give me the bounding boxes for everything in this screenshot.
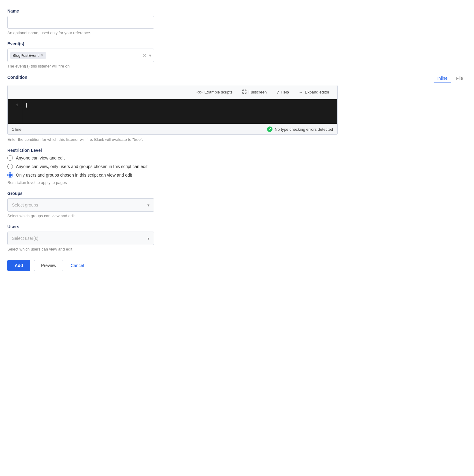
tab-inline[interactable]: Inline xyxy=(434,75,451,82)
cancel-button[interactable]: Cancel xyxy=(67,260,88,271)
condition-tab-group: Inline File xyxy=(434,75,467,82)
events-tag-remove[interactable]: ✕ xyxy=(40,53,44,57)
groups-chevron-icon: ▾ xyxy=(147,203,150,207)
expand-editor-label: Expand editor xyxy=(305,90,329,94)
events-field-group: Event(s) BlogPostEvent ✕ ✕ ▾ The event(s… xyxy=(7,41,467,68)
groups-helper-text: Select which groups can view and edit xyxy=(7,214,467,218)
no-errors-status: No type checking errors detected xyxy=(267,126,333,132)
code-content[interactable] xyxy=(22,99,337,124)
fullscreen-button[interactable]: Fullscreen xyxy=(238,88,271,97)
users-helper-text: Select which users can view and edit xyxy=(7,247,467,251)
editor-toolbar: </> Example scripts Fullscreen ? He xyxy=(8,85,337,99)
users-chevron-icon: ▾ xyxy=(147,236,150,241)
name-label: Name xyxy=(7,9,467,13)
groups-label: Groups xyxy=(7,191,467,196)
events-label: Event(s) xyxy=(7,41,467,46)
events-clear-icon[interactable]: ✕ xyxy=(143,53,146,58)
preview-button[interactable]: Preview xyxy=(34,260,63,271)
status-ok-icon xyxy=(267,126,272,132)
help-label: Help xyxy=(281,90,289,94)
example-scripts-button[interactable]: </> Example scripts xyxy=(192,88,237,97)
condition-label: Condition xyxy=(7,75,27,80)
events-tag: BlogPostEvent ✕ xyxy=(10,52,46,59)
groups-dropdown[interactable]: Select groups ▾ xyxy=(7,198,154,212)
restriction-option-1[interactable]: Anyone can view and edit xyxy=(7,155,467,161)
code-editor-area[interactable]: 1 xyxy=(8,99,337,124)
restriction-radio-3[interactable] xyxy=(7,172,13,178)
restriction-option-3-label: Only users and groups chosen in this scr… xyxy=(16,173,132,178)
expand-icon: ↔ xyxy=(299,90,303,95)
restriction-radio-2[interactable] xyxy=(7,164,13,169)
help-icon: ? xyxy=(276,90,279,95)
code-editor-wrapper: </> Example scripts Fullscreen ? He xyxy=(7,85,338,135)
groups-field-group: Groups Select groups ▾ Select which grou… xyxy=(7,191,467,218)
line-numbers: 1 xyxy=(8,99,22,124)
status-ok-text: No type checking errors detected xyxy=(275,127,333,132)
users-placeholder: Select user(s) xyxy=(12,236,38,241)
editor-line-count: 1 line xyxy=(12,127,21,132)
code-icon: </> xyxy=(196,90,202,95)
name-field-group: Name An optional name, used only for you… xyxy=(7,9,467,35)
restriction-option-3[interactable]: Only users and groups chosen in this scr… xyxy=(7,172,467,178)
action-buttons: Add Preview Cancel xyxy=(7,260,467,271)
line-number-1: 1 xyxy=(11,102,18,109)
users-label: Users xyxy=(7,224,467,229)
events-helper-text: The event(s) this listener will fire on xyxy=(7,64,467,68)
restriction-radio-1[interactable] xyxy=(7,155,13,161)
restriction-option-2-label: Anyone can view, only users and groups c… xyxy=(16,164,147,169)
condition-header: Condition Inline File xyxy=(7,75,467,82)
restriction-label: Restriction Level xyxy=(7,148,467,153)
example-scripts-label: Example scripts xyxy=(205,90,233,94)
editor-cursor xyxy=(26,103,27,108)
fullscreen-label: Fullscreen xyxy=(248,90,267,94)
events-select[interactable]: BlogPostEvent ✕ ✕ ▾ xyxy=(7,49,154,62)
restriction-radio-group: Anyone can view and edit Anyone can view… xyxy=(7,155,467,178)
events-chevron-icon[interactable]: ▾ xyxy=(149,53,151,58)
tab-file[interactable]: File xyxy=(452,75,467,82)
users-dropdown[interactable]: Select user(s) ▾ xyxy=(7,232,154,245)
restriction-option-1-label: Anyone can view and edit xyxy=(16,156,65,160)
expand-editor-button[interactable]: ↔ Expand editor xyxy=(294,88,334,97)
events-tag-label: BlogPostEvent xyxy=(13,53,39,58)
fullscreen-icon xyxy=(242,90,246,95)
users-field-group: Users Select user(s) ▾ Select which user… xyxy=(7,224,467,251)
name-input[interactable] xyxy=(7,16,154,29)
editor-statusbar: 1 line No type checking errors detected xyxy=(8,124,337,134)
restriction-section: Restriction Level Anyone can view and ed… xyxy=(7,148,467,185)
condition-helper-text: Enter the condition for which this liste… xyxy=(7,137,467,142)
condition-field-group: Condition Inline File </> Example script… xyxy=(7,75,467,142)
restriction-helper-text: Restriction level to apply to pages xyxy=(7,180,467,185)
events-select-icons: ✕ ▾ xyxy=(143,53,151,58)
help-button[interactable]: ? Help xyxy=(272,88,293,97)
groups-placeholder: Select groups xyxy=(12,203,38,207)
name-helper-text: An optional name, used only for your ref… xyxy=(7,31,467,35)
add-button[interactable]: Add xyxy=(7,260,30,271)
restriction-option-2[interactable]: Anyone can view, only users and groups c… xyxy=(7,164,467,169)
